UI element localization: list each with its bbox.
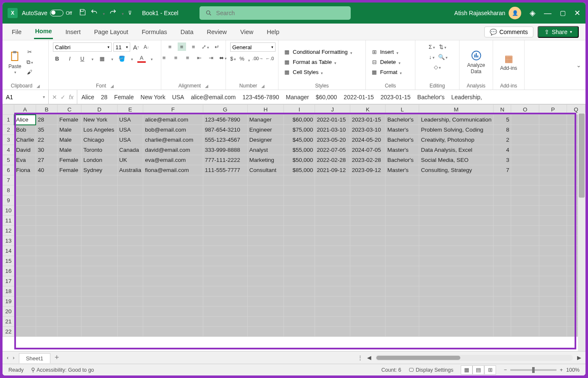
- cell[interactable]: Sydney: [81, 165, 117, 175]
- orientation-icon[interactable]: ⤢: [201, 42, 210, 51]
- cell[interactable]: [203, 185, 247, 196]
- cell[interactable]: [58, 226, 81, 236]
- column-header[interactable]: P: [539, 105, 567, 115]
- undo-icon[interactable]: [90, 8, 98, 18]
- format-as-table-button[interactable]: ▦Format as Table: [283, 58, 352, 66]
- underline-icon[interactable]: U: [78, 54, 87, 63]
- cell[interactable]: [81, 185, 117, 196]
- cell[interactable]: Female: [58, 115, 81, 125]
- currency-icon[interactable]: $: [230, 54, 236, 63]
- cell[interactable]: $45,000: [284, 135, 315, 145]
- cell[interactable]: 22: [36, 135, 57, 145]
- zoom-control[interactable]: − + 100%: [504, 367, 580, 373]
- cell[interactable]: [511, 206, 539, 216]
- cell[interactable]: [36, 246, 57, 256]
- row-header[interactable]: 18: [3, 286, 14, 296]
- column-header[interactable]: E: [117, 105, 143, 115]
- cell[interactable]: Designer: [247, 135, 284, 145]
- cell[interactable]: Male: [58, 145, 81, 155]
- row-header[interactable]: 22: [3, 327, 14, 337]
- cell[interactable]: [386, 185, 419, 196]
- menu-view[interactable]: View: [239, 25, 254, 39]
- dialog-launcher-icon[interactable]: ◢: [110, 84, 114, 88]
- cell[interactable]: [81, 276, 117, 286]
- cell[interactable]: 2022-01-15: [315, 115, 350, 125]
- cell[interactable]: bob@email.com: [143, 125, 203, 135]
- cell[interactable]: [247, 296, 284, 307]
- cell[interactable]: [494, 256, 511, 266]
- cell[interactable]: [58, 256, 81, 266]
- cell[interactable]: [539, 256, 567, 266]
- cell[interactable]: [511, 286, 539, 296]
- redo-icon[interactable]: [109, 8, 117, 18]
- cell[interactable]: [511, 125, 539, 135]
- search-box[interactable]: [200, 6, 351, 20]
- cell[interactable]: 2024-05-20: [350, 135, 385, 145]
- cell[interactable]: 2: [494, 135, 511, 145]
- cell[interactable]: [284, 256, 315, 266]
- row-header[interactable]: 6: [3, 165, 14, 175]
- decrease-indent-icon[interactable]: ⇤: [195, 53, 204, 62]
- cell[interactable]: [247, 216, 284, 226]
- delete-cells-button[interactable]: ⊟Delete: [370, 58, 402, 66]
- cell[interactable]: [511, 317, 539, 327]
- cell[interactable]: Male: [58, 125, 81, 135]
- column-header[interactable]: O: [511, 105, 539, 115]
- cell[interactable]: [203, 266, 247, 276]
- decrease-decimal-icon[interactable]: ←.0: [265, 54, 274, 63]
- cell[interactable]: [539, 115, 567, 125]
- cell[interactable]: [143, 246, 203, 256]
- undo-dropdown-icon[interactable]: [102, 9, 105, 17]
- menu-review[interactable]: Review: [206, 25, 228, 39]
- cell[interactable]: $60,000: [284, 115, 315, 125]
- cell[interactable]: [117, 256, 143, 266]
- increase-decimal-icon[interactable]: .00→: [254, 54, 262, 63]
- cell[interactable]: [511, 327, 539, 337]
- cell[interactable]: [247, 307, 284, 317]
- cell[interactable]: [143, 236, 203, 246]
- maximize-icon[interactable]: ▢: [560, 9, 566, 17]
- cell[interactable]: [419, 196, 494, 206]
- cell[interactable]: Bob: [14, 125, 36, 135]
- cell[interactable]: [14, 196, 36, 206]
- cell[interactable]: [247, 266, 284, 276]
- fill-dropdown[interactable]: [130, 55, 133, 62]
- cell[interactable]: [117, 317, 143, 327]
- cell[interactable]: [539, 276, 567, 286]
- cell-styles-button[interactable]: ▦Cell Styles: [283, 68, 352, 77]
- cell[interactable]: [315, 246, 350, 256]
- analyze-data-button[interactable]: Analyze Data: [464, 49, 488, 75]
- cell[interactable]: 2021-03-10: [315, 125, 350, 135]
- row-header[interactable]: 4: [3, 145, 14, 155]
- cell[interactable]: [203, 196, 247, 206]
- cell[interactable]: [284, 196, 315, 206]
- cell[interactable]: [494, 317, 511, 327]
- column-header[interactable]: H: [247, 105, 284, 115]
- cell[interactable]: USA: [117, 135, 143, 145]
- cell[interactable]: [203, 236, 247, 246]
- cell[interactable]: [386, 226, 419, 236]
- cell[interactable]: [143, 296, 203, 307]
- cell[interactable]: [315, 236, 350, 246]
- cell[interactable]: [511, 155, 539, 165]
- cell[interactable]: New York: [81, 115, 117, 125]
- cell[interactable]: [14, 296, 36, 307]
- prev-sheet-icon[interactable]: ‹: [7, 354, 8, 361]
- cell[interactable]: 8: [494, 125, 511, 135]
- vertical-scrollbar[interactable]: [578, 113, 585, 351]
- cell[interactable]: [14, 256, 36, 266]
- paste-button[interactable]: Paste: [7, 49, 23, 75]
- cell[interactable]: [247, 286, 284, 296]
- cell[interactable]: 777-111-2222: [203, 155, 247, 165]
- cell[interactable]: [143, 317, 203, 327]
- cell[interactable]: [14, 317, 36, 327]
- cell[interactable]: [247, 246, 284, 256]
- cell[interactable]: [58, 276, 81, 286]
- cell[interactable]: [494, 296, 511, 307]
- cell[interactable]: [36, 206, 57, 216]
- cell[interactable]: fiona@email.com: [143, 165, 203, 175]
- row-header[interactable]: 12: [3, 226, 14, 236]
- collapse-ribbon-icon[interactable]: ⌄: [576, 62, 581, 69]
- cell[interactable]: 3: [494, 155, 511, 165]
- cell[interactable]: [539, 206, 567, 216]
